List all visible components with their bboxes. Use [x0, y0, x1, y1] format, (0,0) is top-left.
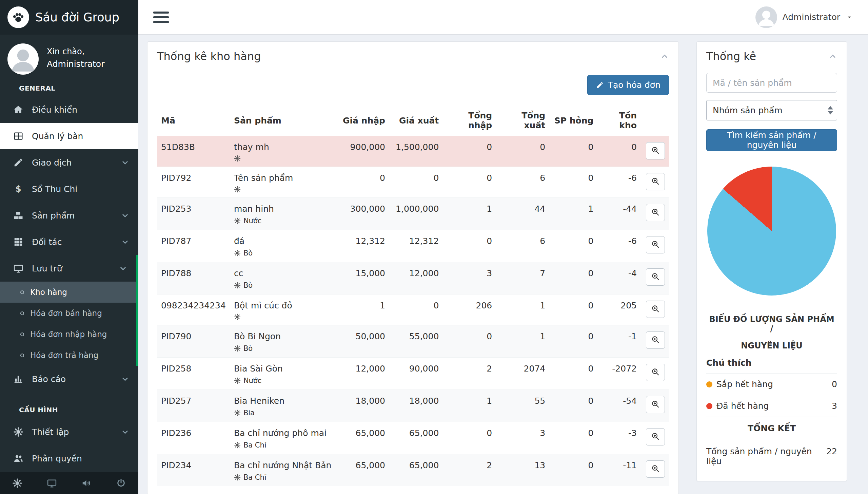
product-search-input[interactable] — [706, 73, 837, 93]
power-icon[interactable] — [104, 472, 138, 494]
user-menu[interactable]: Administrator — [755, 6, 853, 28]
speaker-icon[interactable] — [69, 472, 104, 494]
table-row[interactable]: PID788ccBò15,00012,000370-4 — [157, 262, 669, 294]
gear-icon — [234, 474, 241, 481]
sidebar-subitem[interactable]: Kho hàng — [0, 282, 136, 303]
cell-tong-xuat: 0 — [496, 136, 549, 167]
chevron-down-icon — [121, 158, 130, 167]
product-name: Ba chỉ nướng Nhật Bản — [234, 460, 334, 471]
sidebar-item-table[interactable]: Quản lý bàn — [0, 123, 138, 149]
cell-gia-xuat: 90,000 — [389, 358, 443, 390]
product-code: PID257 — [157, 390, 230, 422]
brand[interactable]: Sáu đời Group — [0, 0, 138, 35]
sidebar-item-label: Sản phẩm — [32, 211, 75, 221]
sidebar-item-pencil[interactable]: Giao dịch — [0, 149, 138, 176]
cell-ton-kho: -1 — [597, 325, 641, 358]
cell-gia-nhap: 15,000 — [338, 262, 389, 294]
create-invoice-button[interactable]: Tạo hóa đơn — [587, 75, 669, 95]
gear-icon — [234, 377, 241, 384]
table-row[interactable]: PID787đáBò12,31212,312060-6 — [157, 230, 669, 262]
cell-tong-xuat: 6 — [496, 230, 549, 262]
chart-heading-line2: NGUYÊN LIỆU — [706, 341, 837, 350]
stats-panel-title: Thống kê — [706, 50, 756, 63]
gear-icon[interactable] — [0, 472, 35, 494]
product-name-cell: Ba chỉ nướng phô maiBa Chỉ — [230, 422, 338, 454]
sidebar-item-home[interactable]: Điều khiển — [0, 96, 138, 123]
sidebar: Sáu đời Group Xin chào, Administrator GE… — [0, 0, 138, 494]
column-header: Tổng nhập — [443, 105, 496, 136]
pencil-icon — [596, 81, 604, 89]
table-row[interactable]: 51D83Bthay mh900,0001,500,0000000 — [157, 136, 669, 167]
cell-ton-kho: -54 — [597, 390, 641, 422]
sidebar-subitem[interactable]: Hóa đơn nhập hàng — [0, 324, 136, 345]
sidebar-item-users[interactable]: Phân quyền — [0, 445, 138, 472]
view-product-button[interactable] — [646, 204, 665, 221]
table-row[interactable]: 098234234234Bột mì cúc đỏ1020610205 — [157, 294, 669, 325]
sidebar-item-gear[interactable]: Thiết lập — [0, 419, 138, 445]
cell-gia-nhap: 12,000 — [338, 358, 389, 390]
product-group-label: Ba Chỉ — [243, 473, 267, 481]
gear-icon — [234, 186, 241, 193]
cell-tong-nhap: 3 — [443, 262, 496, 294]
legend: Sắp hết hàng0Đã hết hàng3 — [706, 374, 837, 417]
view-product-button[interactable] — [646, 396, 665, 413]
monitor-icon[interactable] — [35, 472, 69, 494]
product-name: Bò Bi Ngon — [234, 331, 334, 342]
cell-sp-hong: 1 — [549, 198, 597, 230]
user-greeting: Xin chào, — [47, 47, 104, 56]
search-plus-icon — [651, 208, 660, 216]
collapse-icon[interactable] — [828, 52, 837, 61]
summary: Tổng sản phẩm / nguyên liệu22 — [706, 440, 837, 473]
product-group — [234, 186, 334, 193]
view-product-button[interactable] — [646, 301, 665, 318]
topbar-user-label: Administrator — [783, 12, 840, 22]
cell-tong-xuat: 2074 — [496, 358, 549, 390]
view-product-button[interactable] — [646, 460, 665, 478]
table-row[interactable]: PID234Ba chỉ nướng Nhật BảnBa Chỉ65,0006… — [157, 454, 669, 487]
search-products-button[interactable]: Tìm kiếm sản phẩm / nguyên liệu — [706, 129, 837, 151]
search-plus-icon — [651, 400, 660, 408]
sidebar-item-chart[interactable]: Báo cáo — [0, 366, 138, 392]
sidebar-item-desktop[interactable]: Lưu trữ — [0, 255, 136, 282]
legend-dot-icon — [706, 381, 712, 387]
sidebar-item-dollar[interactable]: $Sổ Thu Chi — [0, 176, 138, 202]
view-product-button[interactable] — [646, 331, 665, 349]
product-group-label: Bò — [243, 281, 253, 289]
cell-tong-xuat: 7 — [496, 262, 549, 294]
product-group-select[interactable]: Nhóm sản phẩm — [706, 100, 837, 120]
sidebar-item-cubes[interactable]: Sản phẩm — [0, 202, 138, 229]
product-group-label: Nước — [243, 377, 261, 385]
table-row[interactable]: PID253man hinhNước300,0001,000,0001441-4… — [157, 198, 669, 230]
cell-sp-hong: 0 — [549, 294, 597, 325]
sidebar-subitem[interactable]: Hóa đơn bán hàng — [0, 303, 136, 324]
circle-icon — [20, 290, 24, 294]
gear-icon — [234, 155, 241, 162]
product-group-label: Ba Chỉ — [243, 441, 267, 449]
column-header: Tổng xuất — [496, 105, 549, 136]
product-name-cell: đáBò — [230, 230, 338, 262]
table-row[interactable]: PID257Bia HenikenBia18,00018,0001550-54 — [157, 390, 669, 422]
view-product-button[interactable] — [646, 173, 665, 190]
table-row[interactable]: PID258Bia Sài GònNước12,00090,000220740-… — [157, 358, 669, 390]
table-row[interactable]: PID236Ba chỉ nướng phô maiBa Chỉ65,00065… — [157, 422, 669, 454]
view-product-button[interactable] — [646, 142, 665, 159]
view-product-button[interactable] — [646, 428, 665, 445]
product-group: Bò — [234, 281, 334, 289]
view-product-button[interactable] — [646, 268, 665, 286]
sidebar-subitem-label: Kho hàng — [30, 288, 67, 297]
cell-ton-kho: -6 — [597, 167, 641, 198]
hamburger-icon[interactable] — [153, 12, 169, 23]
table-row[interactable]: PID790Bò Bi NgonBò50,00055,000010-1 — [157, 325, 669, 358]
inventory-panel: Thống kê kho hàng Tạo hóa đơn MãSản phẩm… — [147, 41, 679, 494]
collapse-icon[interactable] — [660, 52, 669, 61]
sidebar-footer — [0, 472, 138, 494]
product-name-cell: Bột mì cúc đỏ — [230, 294, 338, 325]
view-product-button[interactable] — [646, 236, 665, 253]
view-product-button[interactable] — [646, 364, 665, 381]
table-row[interactable]: PID792Tên sản phẩm00060-6 — [157, 167, 669, 198]
cell-gia-xuat: 0 — [389, 167, 443, 198]
sidebar-item-label: Sổ Thu Chi — [32, 184, 77, 194]
inventory-table: MãSản phẩmGiá nhậpGiá xuấtTổng nhậpTổng … — [157, 105, 669, 486]
sidebar-subitem[interactable]: Hóa đơn trả hàng — [0, 345, 136, 366]
sidebar-item-grid[interactable]: Đối tác — [0, 229, 138, 255]
